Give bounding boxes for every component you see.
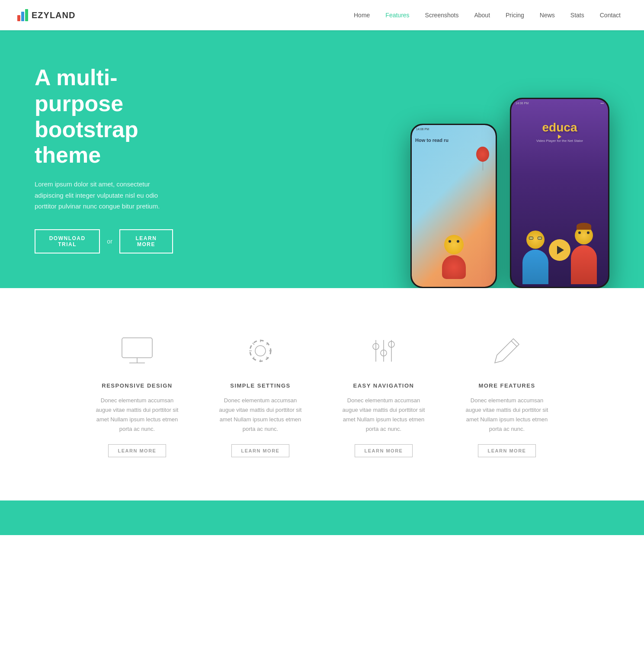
feature-title-responsive: RESPONSIVE DESIGN: [93, 382, 182, 389]
nav-link-home[interactable]: Home: [348, 8, 376, 22]
nav-link-features[interactable]: Features: [379, 8, 415, 22]
nav-item-about[interactable]: About: [468, 11, 496, 19]
navbar: EZYLAND Home Features Screenshots About …: [0, 0, 644, 30]
phone-left-illustration: [412, 235, 496, 282]
nav-item-home[interactable]: Home: [348, 11, 376, 19]
settings-svg: [243, 334, 278, 368]
learn-more-button[interactable]: LEARN MORE: [119, 229, 173, 253]
sliders-svg: [366, 334, 401, 368]
char-glasses-head: [526, 231, 545, 249]
hero-title: A multi-purpose bootstrap theme: [35, 65, 173, 168]
character-head: [444, 235, 464, 254]
monitor-svg: [120, 334, 154, 368]
nav-item-pricing[interactable]: Pricing: [500, 11, 530, 19]
hero-section: A multi-purpose bootstrap theme Lorem ip…: [0, 30, 644, 288]
nav-item-screenshots[interactable]: Screenshots: [419, 11, 465, 19]
character-glasses: [514, 231, 557, 287]
nav-link-pricing[interactable]: Pricing: [500, 8, 530, 22]
hero-phones: 14:06 PM How to read ru: [290, 30, 644, 288]
feature-btn-settings[interactable]: LEARN MORE: [231, 444, 290, 457]
pencil-icon: [487, 331, 526, 370]
feature-btn-more[interactable]: LEARN MORE: [478, 444, 536, 457]
character-eye-left: [449, 240, 451, 243]
features-grid: RESPONSIVE DESIGN Donec elementum accums…: [84, 323, 560, 466]
nav-link-contact[interactable]: Contact: [594, 8, 627, 22]
feature-card-settings: SIMPLE SETTINGS Donec elementum accumsan…: [208, 323, 314, 466]
brand-logo[interactable]: EZYLAND: [17, 9, 75, 21]
feature-btn-nav[interactable]: LEARN MORE: [355, 444, 413, 457]
settings-icon: [241, 331, 280, 370]
brand-name: EZYLAND: [32, 10, 75, 20]
character-body: [442, 255, 466, 279]
features-section: RESPONSIVE DESIGN Donec elementum accums…: [0, 288, 644, 500]
nav-link-stats[interactable]: Stats: [564, 8, 590, 22]
phone-left-screen: 14:06 PM How to read ru: [412, 125, 496, 287]
phone-right: 14:06 PM ▪▪▪ educa Video Player for the …: [510, 98, 609, 288]
educa-play-icon: [558, 135, 561, 139]
feature-title-more: MORE FEATURES: [463, 382, 551, 389]
pencil-svg: [490, 334, 524, 368]
nav-link-screenshots[interactable]: Screenshots: [419, 8, 465, 22]
glasses-left: [529, 237, 533, 240]
phone-right-screen: 14:06 PM ▪▪▪ educa Video Player for the …: [511, 99, 608, 287]
educa-logo: educa Video Player for the Net Stalor: [516, 121, 603, 143]
download-trial-button[interactable]: DOWNLOAD TRIAL: [35, 229, 100, 253]
char-woman-hair: [577, 223, 591, 230]
character-eye-right: [457, 240, 459, 243]
nav-item-features[interactable]: Features: [379, 11, 415, 19]
character-illustration: [434, 235, 473, 282]
brand-bar-2: [21, 12, 24, 21]
nav-link-about[interactable]: About: [468, 8, 496, 22]
phone-left-content: How to read ru: [415, 137, 492, 143]
sliders-icon: [364, 331, 403, 370]
feature-title-settings: SIMPLE SETTINGS: [216, 382, 305, 389]
educa-triangle-container: [516, 135, 603, 139]
nav-menu: Home Features Screenshots About Pricing …: [348, 11, 627, 19]
educa-app-name: educa: [516, 121, 603, 135]
phone-right-status: 14:06 PM ▪▪▪: [516, 102, 604, 105]
feature-text-responsive: Donec elementum accumsan augue vitae mat…: [93, 396, 182, 434]
svg-point-3: [255, 346, 266, 356]
brand-icon: [17, 9, 28, 21]
nav-item-news[interactable]: News: [534, 11, 561, 19]
char-woman-eye-left: [578, 231, 581, 234]
phone-right-time: 14:06 PM: [516, 102, 529, 105]
phone-left-time: 14:06 PM: [416, 128, 429, 131]
phone-left-status: 14:06 PM: [416, 128, 491, 131]
nav-item-contact[interactable]: Contact: [594, 11, 627, 19]
hero-or-text: or: [107, 238, 112, 245]
feature-btn-responsive[interactable]: LEARN MORE: [108, 444, 167, 457]
balloon: [476, 147, 489, 170]
feature-card-nav: EASY NAVIGATION Donec elementum accumsan…: [331, 323, 437, 466]
monitor-icon: [118, 331, 157, 370]
phone-right-battery: ▪▪▪: [601, 102, 604, 105]
char-woman-body: [571, 245, 597, 284]
hero-buttons: DOWNLOAD TRIAL or LEARN MORE: [35, 229, 173, 253]
hero-description: Lorem ipsum dolor sit amet, consectetur …: [35, 179, 173, 212]
char-woman-eye-right: [587, 231, 590, 234]
character-woman: [562, 226, 606, 287]
educa-subtitle: Video Player for the Net Stalor: [516, 139, 603, 143]
svg-rect-0: [122, 338, 152, 358]
brand-bar-1: [17, 15, 20, 21]
phones-container: 14:06 PM How to read ru: [290, 30, 644, 288]
feature-text-more: Donec elementum accumsan augue vitae mat…: [463, 396, 551, 434]
feature-text-nav: Donec elementum accumsan augue vitae mat…: [340, 396, 428, 434]
glasses-right: [538, 237, 542, 240]
char-glasses-body: [522, 250, 548, 284]
phone-left-app-title: How to read ru: [415, 137, 492, 143]
hero-content: A multi-purpose bootstrap theme Lorem ip…: [0, 30, 208, 288]
nav-item-stats[interactable]: Stats: [564, 11, 590, 19]
char-woman-head: [575, 226, 593, 244]
brand-bar-3: [25, 9, 28, 21]
bottom-strip: [0, 500, 644, 535]
feature-card-more: MORE FEATURES Donec elementum accumsan a…: [454, 323, 560, 466]
phone-left: 14:06 PM How to read ru: [410, 124, 497, 288]
nav-link-news[interactable]: News: [534, 8, 561, 22]
feature-text-settings: Donec elementum accumsan augue vitae mat…: [216, 396, 305, 434]
feature-title-nav: EASY NAVIGATION: [340, 382, 428, 389]
character-pair: [511, 226, 608, 287]
feature-card-responsive: RESPONSIVE DESIGN Donec elementum accums…: [84, 323, 190, 466]
